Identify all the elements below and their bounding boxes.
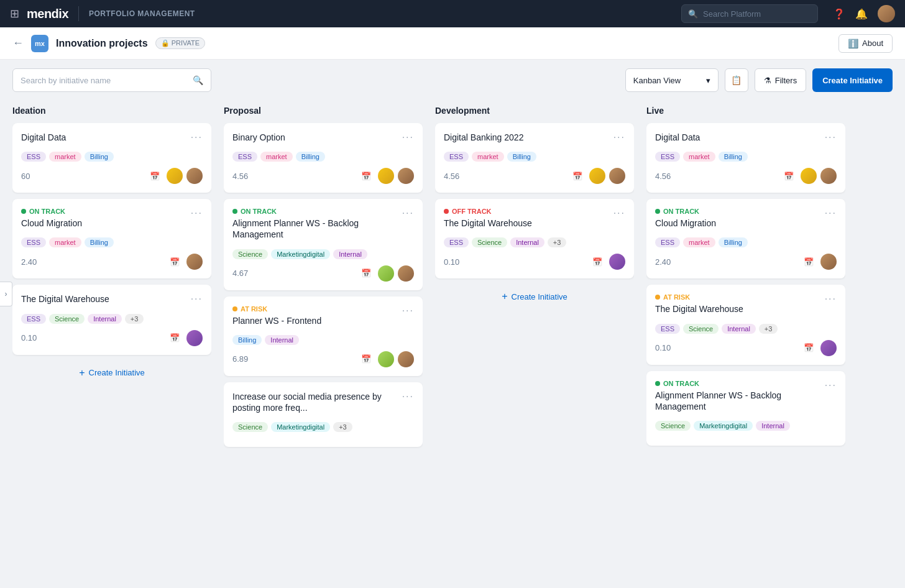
calendar-icon[interactable]: 📅	[358, 168, 374, 184]
platform-search[interactable]: 🔍	[681, 4, 818, 23]
app-logo[interactable]: mendix	[27, 7, 68, 21]
card-score: 0.10	[655, 343, 671, 352]
card-more-button[interactable]: ···	[191, 293, 203, 305]
calendar-icon[interactable]: 📅	[358, 351, 374, 367]
card-more-button[interactable]: ···	[613, 132, 625, 143]
card-title: The Digital Warehouse	[655, 303, 743, 315]
create-initiative-button[interactable]: Create Initiative	[812, 68, 893, 92]
create-initiative-link-development[interactable]: +Create Initiative	[435, 285, 634, 308]
card-more-button[interactable]: ···	[825, 132, 837, 143]
grid-icon[interactable]: ⊞	[10, 7, 19, 21]
tag-market: market	[683, 237, 715, 247]
card-more-button[interactable]: ···	[402, 391, 414, 402]
back-button[interactable]: ←	[12, 37, 24, 50]
card-header: ON TRACK Alignment Planner WS - Backlog …	[655, 380, 837, 417]
avatar	[820, 254, 837, 270]
card-more-button[interactable]: ···	[402, 132, 414, 143]
card-title-area: ON TRACK Alignment Planner WS - Backlog …	[232, 208, 402, 245]
status-label: AT RISK	[241, 305, 267, 313]
card-more-button[interactable]: ···	[825, 293, 837, 305]
card-header: Digital Data ···	[21, 132, 203, 148]
status-dot	[232, 306, 237, 311]
calendar-icon[interactable]: 📅	[589, 254, 605, 270]
tag-internal: Internal	[510, 237, 544, 247]
column-header-proposal: Proposal	[224, 101, 423, 123]
user-avatar[interactable]	[878, 5, 895, 22]
card-title-area: AT RISK The Digital Warehouse	[655, 293, 743, 319]
card-title: Cloud Migration	[21, 218, 82, 229]
card-more-button[interactable]: ···	[191, 208, 203, 219]
tag-market: market	[49, 237, 81, 247]
card-d1[interactable]: Digital Banking 2022 ··· ESSmarketBillin…	[435, 123, 634, 193]
tag-internal: Internal	[756, 421, 790, 431]
tag-ess: ESS	[444, 237, 469, 247]
card-more-button[interactable]: ···	[191, 132, 203, 143]
tag-internal: Internal	[333, 249, 367, 259]
tag-market: market	[472, 152, 504, 162]
calendar-icon[interactable]: 📅	[569, 168, 586, 184]
calendar-icon[interactable]: 📅	[801, 340, 817, 356]
tag-ess: ESS	[21, 152, 46, 162]
avatar	[609, 254, 625, 270]
view-selector[interactable]: Kanban View ▾	[625, 68, 719, 92]
sidebar-toggle[interactable]: ›	[0, 282, 12, 306]
avatar	[378, 168, 394, 184]
bell-icon[interactable]: 🔔	[855, 8, 868, 20]
status-label: ON TRACK	[663, 208, 699, 215]
initiative-search[interactable]: 🔍	[12, 68, 211, 92]
card-tags: ScienceMarketingdigitalInternal	[232, 249, 414, 259]
tag-ess: ESS	[232, 152, 257, 162]
card-header: Increase our social media presence by po…	[232, 391, 414, 418]
about-button[interactable]: ℹ️ About	[838, 34, 893, 53]
card-footer: 0.10 📅	[21, 330, 203, 346]
filter-button[interactable]: ⚗ Filters	[755, 68, 806, 92]
card-title: Planner WS - Frontend	[232, 315, 321, 326]
avatar	[398, 265, 414, 282]
card-more-button[interactable]: ···	[402, 208, 414, 219]
calendar-icon[interactable]: 📅	[781, 168, 797, 184]
column-header-live: Live	[646, 101, 845, 123]
card-d2[interactable]: OFF TRACK The Digital Warehouse ··· ESSS…	[435, 199, 634, 278]
card-p1[interactable]: Binary Option ··· ESSmarketBilling 4.56 …	[224, 123, 423, 193]
help-icon[interactable]: ❓	[833, 8, 845, 20]
card-p4[interactable]: Increase our social media presence by po…	[224, 382, 423, 447]
calendar-icon[interactable]: 📅	[147, 168, 163, 184]
card-title: Increase our social media presence by po…	[232, 391, 402, 413]
card-c2[interactable]: ON TRACK Cloud Migration ··· ESSmarketBi…	[12, 199, 211, 278]
card-p3[interactable]: AT RISK Planner WS - Frontend ··· Billin…	[224, 296, 423, 376]
card-title: Binary Option	[232, 132, 285, 143]
card-l1[interactable]: Digital Data ··· ESSmarketBilling 4.56 📅	[646, 123, 845, 193]
info-icon: ℹ️	[848, 39, 858, 48]
tag-science: Science	[49, 314, 85, 324]
tag-billing: Billing	[85, 152, 114, 162]
calendar-icon[interactable]: 📅	[167, 330, 183, 346]
card-l4[interactable]: ON TRACK Alignment Planner WS - Backlog …	[646, 371, 845, 446]
card-more-button[interactable]: ···	[613, 208, 625, 219]
avatar	[801, 168, 817, 184]
card-c1[interactable]: Digital Data ··· ESSmarketBilling 60 📅	[12, 123, 211, 193]
card-more-button[interactable]: ···	[825, 380, 837, 391]
card-p2[interactable]: ON TRACK Alignment Planner WS - Backlog …	[224, 199, 423, 290]
calendar-icon[interactable]: 📅	[801, 254, 817, 270]
create-initiative-link-ideation[interactable]: +Create Initiative	[12, 361, 211, 385]
card-actions: 📅	[167, 330, 203, 346]
card-footer: 2.40 📅	[21, 254, 203, 270]
card-tags: ESSmarketBilling	[232, 152, 414, 162]
card-more-button[interactable]: ···	[825, 208, 837, 219]
card-l3[interactable]: AT RISK The Digital Warehouse ··· ESSSci…	[646, 285, 845, 364]
search-icon: 🔍	[688, 9, 698, 19]
status-dot	[21, 209, 26, 214]
avatar	[186, 330, 203, 346]
card-more-button[interactable]: ···	[402, 305, 414, 316]
tag-more: +3	[333, 422, 352, 432]
card-title-area: OFF TRACK The Digital Warehouse	[444, 208, 532, 234]
card-c3[interactable]: The Digital Warehouse ··· ESSScienceInte…	[12, 285, 211, 354]
calendar-icon[interactable]: 📅	[358, 265, 374, 282]
initiative-search-input[interactable]	[21, 76, 188, 85]
calendar-icon[interactable]: 📅	[167, 254, 183, 270]
card-l2[interactable]: ON TRACK Cloud Migration ··· ESSmarketBi…	[646, 199, 845, 278]
status-dot	[232, 209, 237, 214]
card-title-area: ON TRACK Cloud Migration	[655, 208, 716, 234]
export-button[interactable]: 📋	[725, 68, 748, 92]
platform-search-input[interactable]	[703, 9, 811, 19]
